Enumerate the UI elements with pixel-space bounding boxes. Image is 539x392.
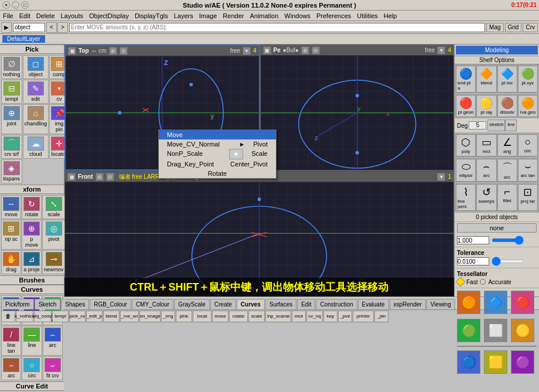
rtool-btn6[interactable]: 🟡 [511, 319, 534, 342]
none-selector[interactable]: none [457, 223, 537, 233]
shelf-ang[interactable]: ∠ang [497, 134, 517, 156]
minimize-button[interactable]: _ [12, 1, 19, 9]
shelf-options-btn[interactable]: Shelf Options [455, 56, 539, 64]
shelf-circ[interactable]: ○circ [518, 134, 538, 156]
shelf-bnd-pt-a[interactable]: 🔵bnd pt a [456, 66, 476, 93]
xform-npsc[interactable]: ⊞ np sc [1, 220, 21, 250]
tab-surfaces[interactable]: Surfaces [265, 299, 296, 309]
vp-front-toggle[interactable]: ◼ [67, 173, 76, 181]
modeling-btn[interactable]: Modeling [456, 46, 538, 54]
tab-evaluate[interactable]: Evaluate [358, 299, 389, 309]
shelf-line[interactable]: line [505, 120, 517, 131]
toolbar-arrow-icon[interactable]: ▶ [1, 22, 12, 33]
close-button[interactable]: × [2, 1, 10, 9]
shelf-rect[interactable]: ▭rect [476, 134, 496, 156]
vp-top-menu[interactable]: ▼ [243, 47, 251, 55]
xform-newmov[interactable]: ⊸ newmov [42, 250, 66, 274]
vp-persp-toggle[interactable]: ◼ [263, 46, 271, 54]
xform-drag[interactable]: ✋ drag [1, 250, 21, 274]
pick-joint[interactable]: ⊕ joint [1, 104, 22, 134]
ctx-nonp-scale[interactable]: NonP_Scale [159, 149, 229, 159]
mag-button[interactable]: Mag [486, 23, 503, 32]
menu-animation[interactable]: Animation [247, 12, 281, 19]
bottom-img[interactable]: _img [161, 311, 175, 322]
rtool-btn5[interactable]: ⬜ [484, 319, 507, 342]
xform-aproje[interactable]: ⊿ a proje [22, 250, 42, 274]
tab-rgb[interactable]: RGB_Colour [90, 299, 131, 309]
menu-windows[interactable]: Windows [281, 12, 313, 19]
ctx-drag-key-point[interactable]: Drag_Key_Point [159, 159, 222, 169]
shelf-blend[interactable]: 🔶blend [476, 66, 496, 93]
bottom-pve[interactable]: _pve [338, 311, 352, 322]
vp-top-zoom-in[interactable]: ⊕ [109, 47, 117, 55]
shelf-poly[interactable]: ⬡poly [456, 134, 476, 156]
pick-section-title[interactable]: Pick [0, 45, 64, 54]
shelf-fillet[interactable]: ⌐fillet [497, 184, 517, 211]
rtool-btn2[interactable]: 🔷 [484, 291, 507, 314]
maximize-button[interactable]: □ [21, 1, 29, 9]
pick-chandling[interactable]: ⌂ chandling [23, 104, 49, 134]
bottom-image[interactable]: on_image [139, 311, 161, 322]
bottom-mce[interactable]: mce [292, 311, 306, 322]
crv-button[interactable]: Crv [523, 23, 538, 32]
prev-button[interactable]: < [46, 22, 57, 33]
curve-line[interactable]: — line [22, 326, 42, 356]
tab-pickform[interactable]: Pick/form [1, 299, 34, 309]
curve-arc2[interactable]: ⌢ arc [1, 356, 21, 380]
menu-displaytgls[interactable]: DisplayTgls [132, 12, 171, 19]
bottom-blend[interactable]: blend [103, 311, 120, 322]
curve-line-tan[interactable]: / line tan [1, 326, 21, 356]
value-input[interactable] [457, 236, 489, 244]
pick-crv-srf[interactable]: ⌒ crv srf [1, 135, 22, 159]
xform-section-title[interactable]: xform [0, 185, 64, 194]
curves-section-title[interactable]: Curves [0, 285, 64, 294]
viewport-persp-content[interactable]: z y x [261, 56, 454, 170]
curve-arc[interactable]: ⌢ arc [43, 326, 63, 356]
shelf-ellipse[interactable]: ⬭ellipse [456, 159, 476, 182]
bottom-templ[interactable]: templ [52, 311, 69, 322]
rtool-btn3[interactable]: 🔴 [511, 291, 534, 314]
value-slider[interactable] [492, 238, 524, 242]
shelf-rva-geo[interactable]: 🟠rva geo [518, 95, 538, 117]
tab-create[interactable]: Create [210, 299, 236, 309]
shelf-pt-loc[interactable]: 🔷pt loc [497, 66, 517, 93]
tab-curves[interactable]: Curves [237, 299, 265, 309]
vp-top-zoom-out[interactable]: ⊖ [120, 47, 128, 55]
bottom-k-nothick[interactable]: k_nothick [16, 311, 33, 322]
xform-pmove[interactable]: ⊕ p move [22, 220, 42, 250]
rtool-btn1[interactable]: 🟠 [457, 291, 480, 314]
shelf-line-pers[interactable]: ⌇line pers [456, 184, 476, 211]
menu-objectdisplay[interactable]: ObjectDisplay [86, 12, 132, 19]
tab-gray[interactable]: GrayScale [174, 299, 210, 309]
ctx-scale[interactable]: Scale [243, 149, 276, 159]
ctx-move[interactable]: Move [159, 130, 276, 139]
ctx-move-cv-normal[interactable]: Move_CV_Normal [159, 139, 240, 149]
shelf-arc[interactable]: ⌢arc [476, 159, 496, 182]
ctx-rotate[interactable]: Rotate [159, 169, 276, 178]
bottom-obj-comp[interactable]: obj_comp [34, 311, 52, 322]
nav-arrows[interactable]: < > [46, 22, 68, 33]
vp-front-menu[interactable]: ▼ [437, 173, 445, 181]
rtool-btn8[interactable]: 🟨 [484, 350, 507, 374]
rtool-btn7[interactable]: 🔵 [457, 350, 480, 374]
tab-shapes[interactable]: Shapes [61, 299, 89, 309]
menu-render[interactable]: Render [220, 12, 247, 19]
menu-utilities[interactable]: Utilities [354, 12, 380, 19]
vp-front-zoom-out[interactable]: ⊖ [106, 173, 114, 181]
shelf-dissolv[interactable]: 🟤dissolv [497, 95, 517, 117]
bottom-plnk[interactable]: plnk [176, 311, 192, 322]
move-input[interactable] [69, 23, 485, 32]
bottom-pick-cv[interactable]: pick_cv [69, 311, 86, 322]
brushes-section-title[interactable]: Brushes [0, 275, 64, 285]
object-selector[interactable]: object [13, 23, 45, 32]
tab-construction[interactable]: Construction [316, 299, 357, 309]
vp-front-zoom-in[interactable]: ⊕ [95, 173, 104, 181]
bottom-locat[interactable]: locat [193, 311, 211, 322]
vp-persp-btn2[interactable]: ⊖ [312, 46, 320, 54]
viewport-persp[interactable]: ◼ Pe ●Buf● ⊕ ⊖ free ▼ 4 [260, 45, 455, 171]
vp-persp-menu[interactable]: ▼ [437, 46, 445, 54]
menu-image[interactable]: Image [196, 12, 220, 19]
bottom-trash-btn[interactable]: 🗑 [1, 311, 15, 322]
curve-edit-section-title[interactable]: Curve Edit [0, 381, 64, 391]
accurate-radio[interactable] [480, 279, 486, 285]
